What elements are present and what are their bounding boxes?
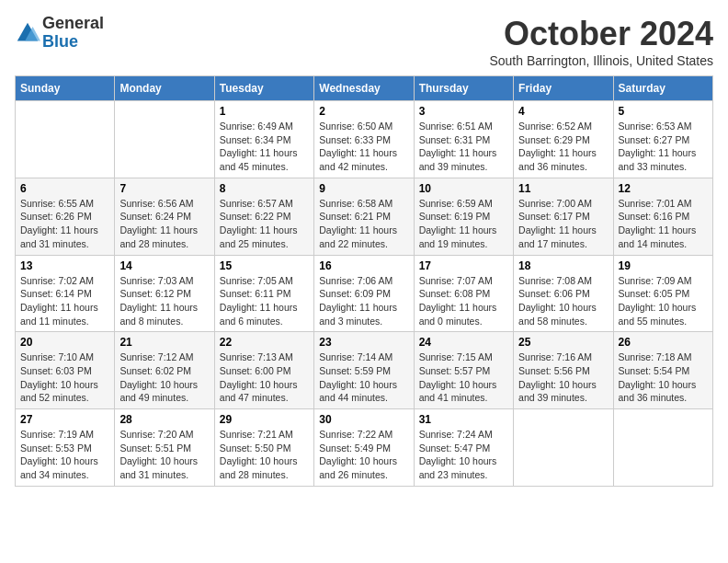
calendar-day-header: Wednesday xyxy=(314,76,414,101)
day-info: Sunrise: 7:10 AM Sunset: 6:03 PM Dayligh… xyxy=(20,350,109,405)
calendar-week-row: 6Sunrise: 6:55 AM Sunset: 6:26 PM Daylig… xyxy=(16,178,713,255)
day-number: 17 xyxy=(419,259,508,272)
calendar-cell: 6Sunrise: 6:55 AM Sunset: 6:26 PM Daylig… xyxy=(16,178,115,255)
day-number: 7 xyxy=(119,182,209,195)
day-info: Sunrise: 7:06 AM Sunset: 6:09 PM Dayligh… xyxy=(319,274,408,328)
calendar-week-row: 13Sunrise: 7:02 AM Sunset: 6:14 PM Dayli… xyxy=(16,255,713,332)
day-info: Sunrise: 7:01 AM Sunset: 6:16 PM Dayligh… xyxy=(619,197,708,251)
day-number: 10 xyxy=(419,182,508,195)
day-number: 5 xyxy=(619,105,708,118)
calendar-cell: 21Sunrise: 7:12 AM Sunset: 6:02 PM Dayli… xyxy=(115,332,214,409)
logo-icon xyxy=(15,20,40,46)
day-number: 9 xyxy=(319,182,408,195)
calendar-cell xyxy=(613,409,712,487)
calendar-day-header: Thursday xyxy=(414,76,513,101)
day-number: 20 xyxy=(20,336,109,349)
day-number: 15 xyxy=(220,259,309,272)
day-info: Sunrise: 6:58 AM Sunset: 6:21 PM Dayligh… xyxy=(319,197,408,251)
day-info: Sunrise: 7:14 AM Sunset: 5:59 PM Dayligh… xyxy=(319,350,408,405)
calendar-cell: 29Sunrise: 7:21 AM Sunset: 5:50 PM Dayli… xyxy=(214,409,313,487)
day-number: 31 xyxy=(419,413,508,426)
calendar-cell: 20Sunrise: 7:10 AM Sunset: 6:03 PM Dayli… xyxy=(16,332,115,409)
page-header: General Blue October 2024 South Barringt… xyxy=(15,15,713,68)
logo: General Blue xyxy=(15,15,104,52)
calendar-cell: 19Sunrise: 7:09 AM Sunset: 6:05 PM Dayli… xyxy=(613,255,712,332)
calendar-cell: 27Sunrise: 7:19 AM Sunset: 5:53 PM Dayli… xyxy=(16,409,115,487)
calendar-cell: 8Sunrise: 6:57 AM Sunset: 6:22 PM Daylig… xyxy=(214,178,313,255)
calendar-cell: 2Sunrise: 6:50 AM Sunset: 6:33 PM Daylig… xyxy=(314,101,414,178)
calendar-cell: 10Sunrise: 6:59 AM Sunset: 6:19 PM Dayli… xyxy=(414,178,513,255)
day-number: 18 xyxy=(518,259,608,272)
calendar-cell: 17Sunrise: 7:07 AM Sunset: 6:08 PM Dayli… xyxy=(414,255,513,332)
calendar-cell: 11Sunrise: 7:00 AM Sunset: 6:17 PM Dayli… xyxy=(514,178,613,255)
calendar-cell: 18Sunrise: 7:08 AM Sunset: 6:06 PM Dayli… xyxy=(514,255,613,332)
day-info: Sunrise: 7:09 AM Sunset: 6:05 PM Dayligh… xyxy=(619,274,708,328)
day-number: 4 xyxy=(518,105,608,118)
day-number: 6 xyxy=(20,182,109,195)
calendar-table: SundayMondayTuesdayWednesdayThursdayFrid… xyxy=(15,75,713,487)
title-block: October 2024 South Barrington, Illinois,… xyxy=(489,15,713,68)
day-info: Sunrise: 7:08 AM Sunset: 6:06 PM Dayligh… xyxy=(518,274,608,328)
calendar-cell: 5Sunrise: 6:53 AM Sunset: 6:27 PM Daylig… xyxy=(613,101,712,178)
day-info: Sunrise: 6:57 AM Sunset: 6:22 PM Dayligh… xyxy=(220,197,309,251)
location: South Barrington, Illinois, United State… xyxy=(489,53,713,68)
day-number: 8 xyxy=(220,182,309,195)
day-number: 27 xyxy=(20,413,109,426)
calendar-cell: 7Sunrise: 6:56 AM Sunset: 6:24 PM Daylig… xyxy=(115,178,214,255)
calendar-cell: 14Sunrise: 7:03 AM Sunset: 6:12 PM Dayli… xyxy=(115,255,214,332)
day-info: Sunrise: 7:12 AM Sunset: 6:02 PM Dayligh… xyxy=(119,350,209,405)
day-info: Sunrise: 6:55 AM Sunset: 6:26 PM Dayligh… xyxy=(20,197,109,251)
day-info: Sunrise: 6:56 AM Sunset: 6:24 PM Dayligh… xyxy=(119,197,209,251)
calendar-cell: 4Sunrise: 6:52 AM Sunset: 6:29 PM Daylig… xyxy=(514,101,613,178)
day-number: 24 xyxy=(419,336,508,349)
day-info: Sunrise: 6:53 AM Sunset: 6:27 PM Dayligh… xyxy=(619,120,708,174)
day-info: Sunrise: 7:19 AM Sunset: 5:53 PM Dayligh… xyxy=(20,428,109,482)
calendar-cell xyxy=(514,409,613,487)
day-number: 16 xyxy=(319,259,408,272)
day-number: 22 xyxy=(220,336,309,349)
calendar-week-row: 1Sunrise: 6:49 AM Sunset: 6:34 PM Daylig… xyxy=(16,101,713,178)
calendar-day-header: Tuesday xyxy=(214,76,313,101)
day-number: 26 xyxy=(619,336,708,349)
calendar-cell: 16Sunrise: 7:06 AM Sunset: 6:09 PM Dayli… xyxy=(314,255,414,332)
day-info: Sunrise: 6:52 AM Sunset: 6:29 PM Dayligh… xyxy=(518,120,608,174)
day-info: Sunrise: 7:22 AM Sunset: 5:49 PM Dayligh… xyxy=(319,428,408,482)
calendar-week-row: 20Sunrise: 7:10 AM Sunset: 6:03 PM Dayli… xyxy=(16,332,713,409)
logo-general: General xyxy=(42,15,104,33)
calendar-cell: 23Sunrise: 7:14 AM Sunset: 5:59 PM Dayli… xyxy=(314,332,414,409)
day-number: 29 xyxy=(220,413,309,426)
calendar-cell: 15Sunrise: 7:05 AM Sunset: 6:11 PM Dayli… xyxy=(214,255,313,332)
day-number: 12 xyxy=(619,182,708,195)
day-number: 1 xyxy=(220,105,309,118)
calendar-cell xyxy=(115,101,214,178)
calendar-cell: 9Sunrise: 6:58 AM Sunset: 6:21 PM Daylig… xyxy=(314,178,414,255)
calendar-day-header: Saturday xyxy=(613,76,712,101)
calendar-day-header: Sunday xyxy=(16,76,115,101)
day-number: 23 xyxy=(319,336,408,349)
calendar-cell: 30Sunrise: 7:22 AM Sunset: 5:49 PM Dayli… xyxy=(314,409,414,487)
calendar-cell: 1Sunrise: 6:49 AM Sunset: 6:34 PM Daylig… xyxy=(214,101,313,178)
day-number: 28 xyxy=(119,413,209,426)
day-number: 25 xyxy=(518,336,608,349)
calendar-cell: 26Sunrise: 7:18 AM Sunset: 5:54 PM Dayli… xyxy=(613,332,712,409)
day-info: Sunrise: 7:05 AM Sunset: 6:11 PM Dayligh… xyxy=(220,274,309,328)
day-info: Sunrise: 7:20 AM Sunset: 5:51 PM Dayligh… xyxy=(119,428,209,482)
day-info: Sunrise: 7:16 AM Sunset: 5:56 PM Dayligh… xyxy=(518,350,608,405)
calendar-day-header: Monday xyxy=(115,76,214,101)
day-info: Sunrise: 7:00 AM Sunset: 6:17 PM Dayligh… xyxy=(518,197,608,251)
day-number: 14 xyxy=(119,259,209,272)
calendar-cell: 13Sunrise: 7:02 AM Sunset: 6:14 PM Dayli… xyxy=(16,255,115,332)
calendar-cell xyxy=(16,101,115,178)
calendar-cell: 24Sunrise: 7:15 AM Sunset: 5:57 PM Dayli… xyxy=(414,332,513,409)
day-info: Sunrise: 7:03 AM Sunset: 6:12 PM Dayligh… xyxy=(119,274,209,328)
logo-blue: Blue xyxy=(42,33,104,52)
calendar-header-row: SundayMondayTuesdayWednesdayThursdayFrid… xyxy=(16,76,713,101)
day-info: Sunrise: 7:07 AM Sunset: 6:08 PM Dayligh… xyxy=(419,274,508,328)
day-number: 30 xyxy=(319,413,408,426)
day-number: 2 xyxy=(319,105,408,118)
calendar-cell: 3Sunrise: 6:51 AM Sunset: 6:31 PM Daylig… xyxy=(414,101,513,178)
calendar-day-header: Friday xyxy=(514,76,613,101)
calendar-cell: 22Sunrise: 7:13 AM Sunset: 6:00 PM Dayli… xyxy=(214,332,313,409)
calendar-cell: 31Sunrise: 7:24 AM Sunset: 5:47 PM Dayli… xyxy=(414,409,513,487)
day-number: 13 xyxy=(20,259,109,272)
